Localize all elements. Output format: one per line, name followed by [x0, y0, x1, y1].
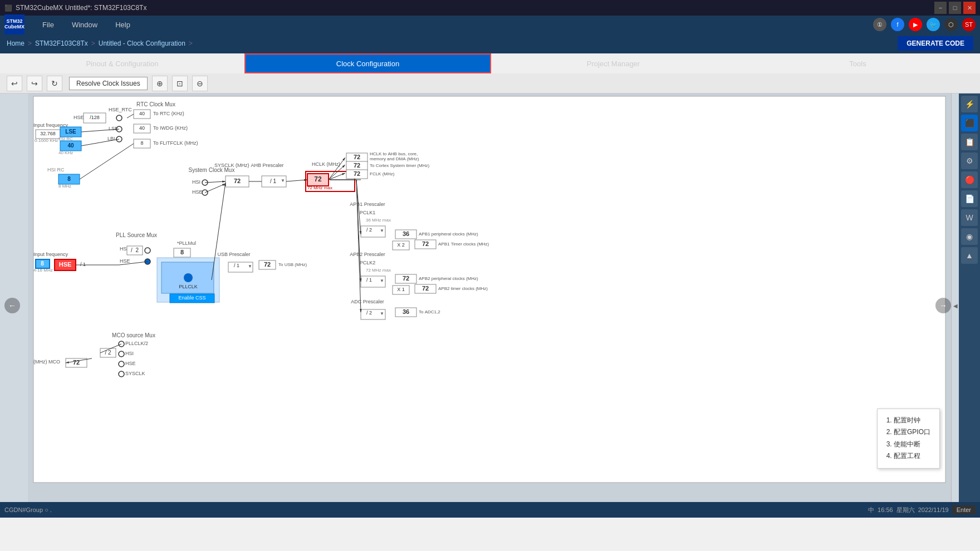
facebook-icon[interactable]: f — [891, 18, 904, 31]
app-logo: STM32 CubeMX — [4, 14, 24, 35]
sidebar-icon-9[interactable]: ▲ — [961, 247, 978, 264]
menu-bar: STM32 CubeMX File Window Help ① f ▶ 🐦 ⬡ … — [0, 16, 980, 33]
breadcrumb-home[interactable]: Home — [7, 40, 24, 47]
window-title: ⬛ STM32CubeMX Untitled*: STM32F103C8Tx — [4, 4, 146, 12]
float-note: 1. 配置时钟 2. 配置GPIO口 3. 使能中断 4. 配置工程 — [877, 409, 940, 469]
fit-button[interactable]: ⊡ — [172, 76, 188, 91]
breadcrumb-sep3: > — [189, 40, 193, 47]
sidebar-icon-1[interactable]: ⚡ — [961, 96, 978, 112]
tab-tools[interactable]: Tools — [736, 53, 980, 73]
tab-project[interactable]: Project Manager — [491, 53, 736, 73]
sidebar-icon-3[interactable]: 📋 — [961, 134, 978, 150]
window-menu[interactable]: Window — [67, 18, 102, 31]
nav-arrow-right[interactable]: → — [935, 298, 951, 313]
twitter-icon[interactable]: 🐦 — [927, 18, 940, 31]
float-note-item-2: 2. 配置GPIO口 — [886, 426, 930, 439]
float-note-item-1: 1. 配置时钟 — [886, 415, 930, 427]
tab-clock[interactable]: Clock Configuration — [244, 53, 491, 73]
minimize-button[interactable]: − — [934, 2, 947, 14]
undo-button[interactable]: ↩ — [7, 76, 22, 91]
sidebar-icon-2[interactable]: ⬛ — [961, 115, 978, 131]
collapse-panel: ◀ — [951, 94, 959, 518]
breadcrumb-bar: Home > STM32F103C8Tx > Untitled - Clock … — [0, 33, 980, 53]
resolve-issues-button[interactable]: Resolve Clock Issues — [69, 77, 148, 90]
main-area: ← → ◀ ⚡ ⬛ 📋 ⚙ 🔴 📄 W ◉ ▲ 1. 配置时钟 2. 配置GPI… — [0, 94, 980, 518]
breadcrumb-project: Untitled - Clock Configuration — [99, 40, 185, 47]
redo-button[interactable]: ↪ — [27, 76, 42, 91]
clock-date: 2022/11/19 — [918, 506, 949, 513]
help-menu[interactable]: Help — [111, 18, 135, 31]
clock-diagram-canvas — [28, 94, 951, 502]
title-bar: ⬛ STM32CubeMX Untitled*: STM32F103C8Tx −… — [0, 0, 980, 16]
maximize-button[interactable]: □ — [949, 2, 961, 14]
clock-time: 16:56 — [878, 506, 893, 513]
window-controls: − □ ✕ — [934, 2, 976, 14]
enter-button[interactable]: Enter — [952, 505, 976, 514]
nav-arrow-left[interactable]: ← — [4, 298, 20, 313]
collapse-icon[interactable]: ◀ — [953, 303, 958, 309]
breadcrumb-device[interactable]: STM32F103C8Tx — [35, 40, 88, 47]
sidebar-icon-4[interactable]: ⚙ — [961, 152, 978, 169]
tab-pinout[interactable]: Pinout & Configuration — [0, 53, 244, 73]
tab-bar: Pinout & Configuration Clock Configurati… — [0, 53, 980, 73]
menu-right-icons: ① f ▶ 🐦 ⬡ ST — [873, 18, 976, 31]
sidebar-icon-6[interactable]: 📄 — [961, 190, 978, 207]
sidebar-icon-7[interactable]: W — [961, 209, 978, 226]
float-note-item-4: 4. 配置工程 — [886, 450, 930, 463]
version-icon: ① — [873, 18, 886, 31]
zoom-in-button[interactable]: ⊕ — [152, 76, 168, 91]
ime-indicator[interactable]: 中 — [868, 506, 874, 514]
zoom-out-button[interactable]: ⊖ — [192, 76, 208, 91]
toolbar: ↩ ↪ ↻ Resolve Clock Issues ⊕ ⊡ ⊖ — [0, 73, 980, 94]
close-button[interactable]: ✕ — [963, 2, 976, 14]
st-logo: ST — [962, 18, 976, 31]
youtube-icon[interactable]: ▶ — [909, 18, 922, 31]
breadcrumb-sep2: > — [91, 40, 95, 47]
float-note-item-3: 3. 使能中断 — [886, 439, 930, 451]
sidebar-icon-5[interactable]: 🔴 — [961, 171, 978, 188]
sidebar-icon-8[interactable]: ◉ — [961, 228, 978, 245]
sidebar: ⚡ ⬛ 📋 ⚙ 🔴 📄 W ◉ ▲ — [959, 94, 980, 518]
status-bar: CGDN#Group ○ . 中 16:56 星期六 2022/11/19 En… — [0, 502, 980, 518]
generate-code-button[interactable]: GENERATE CODE — [898, 36, 973, 51]
breadcrumb-sep1: > — [28, 40, 32, 47]
logo-text-line2: CubeMX — [4, 24, 24, 30]
file-menu[interactable]: File — [38, 18, 58, 31]
network-icon[interactable]: ⬡ — [944, 18, 958, 31]
status-text: CGDN#Group ○ . — [4, 506, 52, 513]
refresh-button[interactable]: ↻ — [47, 76, 62, 91]
diagram-area: 1. 配置时钟 2. 配置GPIO口 3. 使能中断 4. 配置工程 — [28, 94, 951, 502]
clock-day: 星期六 — [896, 506, 915, 514]
